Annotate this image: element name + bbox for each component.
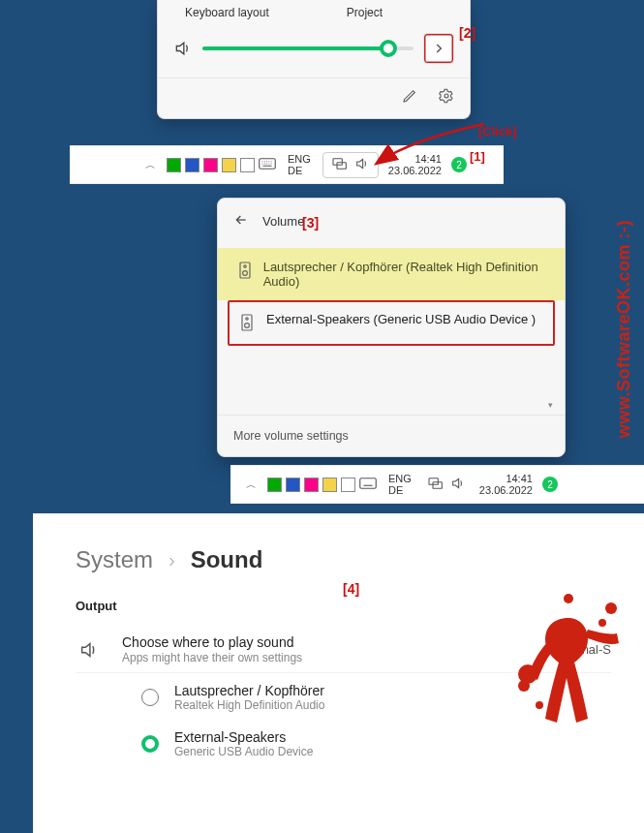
annotation-3: [3] [302, 215, 319, 231]
speaker-device-icon [239, 262, 252, 282]
annotation-4: [4] [343, 581, 359, 597]
svg-point-13 [536, 701, 543, 709]
audio-device-item[interactable]: Lautsprecher / Kopfhörer (Realtek High D… [218, 248, 565, 300]
radio-subtitle: Generic USB Audio Device [174, 745, 313, 758]
breadcrumb-system[interactable]: System [76, 546, 153, 573]
svg-point-8 [246, 318, 248, 320]
speaker-icon[interactable] [354, 156, 370, 174]
device-label: External-Speakers (Generic USB Audio Dev… [266, 312, 536, 334]
network-icon[interactable] [331, 156, 347, 174]
tray-icon[interactable] [222, 158, 236, 172]
svg-point-0 [445, 94, 448, 98]
tray-icon[interactable] [341, 478, 355, 492]
row-subtitle: Apps might have their own settings [122, 651, 302, 664]
chevron-right-icon: › [169, 549, 175, 571]
svg-point-6 [243, 271, 248, 276]
svg-rect-11 [429, 478, 438, 484]
tray-icon[interactable] [286, 478, 300, 492]
radio-subtitle: Realtek High Definition Audio [174, 698, 324, 712]
volume-devices-popup: Volume Lautsprecher / Kopfhörer (Realtek… [217, 198, 566, 457]
more-volume-settings-link[interactable]: More volume settings [233, 429, 349, 443]
qs-label-keyboard: Keyboard layout [185, 6, 269, 19]
taskbar: ︿ ENGDE 14:4123.06.2022 2 [70, 145, 504, 184]
keyboard-icon[interactable] [259, 157, 276, 173]
radio-checked-icon [141, 735, 159, 753]
notification-badge[interactable]: 2 [542, 477, 558, 492]
audio-device-item[interactable]: External-Speakers (Generic USB Audio Dev… [228, 300, 555, 346]
tray-overflow-button[interactable]: ︿ [139, 158, 161, 172]
annotation-2: [2] [459, 25, 475, 41]
tray-icon[interactable] [304, 478, 319, 492]
tray-icon[interactable] [167, 158, 181, 172]
speaker-icon[interactable] [450, 476, 466, 494]
quick-settings-flyout: Keyboard layout Project [157, 0, 471, 119]
speaker-icon [76, 639, 103, 661]
svg-rect-2 [333, 158, 342, 165]
tray-overflow-button[interactable]: ︿ [240, 478, 261, 492]
resize-grip-icon: ▾ [548, 400, 553, 410]
pencil-icon[interactable] [398, 84, 421, 110]
svg-point-15 [598, 619, 606, 627]
clock[interactable]: 14:4123.06.2022 [384, 153, 445, 176]
back-button[interactable] [233, 212, 249, 231]
breadcrumb-sound: Sound [191, 546, 263, 573]
svg-rect-10 [360, 478, 377, 488]
annotation-1: [1] [470, 149, 485, 164]
taskbar: ︿ ENGDE 14:4123.06.2022 2 [230, 465, 644, 504]
watermark-figure [510, 570, 627, 744]
device-label: Lautsprecher / Kopfhörer (Realtek High D… [263, 260, 547, 289]
svg-point-14 [564, 594, 573, 603]
annotation-click: [Click] [478, 124, 517, 139]
svg-point-5 [244, 265, 246, 267]
row-title: Choose where to play sound [122, 634, 302, 650]
radio-title: External-Speakers [174, 729, 313, 745]
tray-icon[interactable] [203, 158, 218, 172]
radio-title: Lautsprecher / Kopfhörer [174, 683, 324, 698]
tray-icons [267, 477, 377, 493]
notification-badge[interactable]: 2 [451, 157, 467, 172]
network-icon[interactable] [427, 476, 443, 494]
tray-icons [167, 157, 276, 173]
svg-rect-3 [337, 162, 346, 169]
svg-point-17 [518, 680, 530, 692]
svg-point-9 [245, 324, 250, 328]
speaker-icon [173, 39, 193, 58]
svg-point-18 [605, 602, 617, 614]
volume-slider[interactable] [202, 46, 414, 50]
gear-icon[interactable] [435, 84, 458, 110]
language-indicator[interactable]: ENGDE [282, 153, 317, 176]
svg-rect-12 [433, 481, 442, 488]
keyboard-icon[interactable] [359, 477, 377, 493]
tray-icon[interactable] [240, 158, 255, 172]
popup-title: Volume [262, 214, 304, 229]
watermark: www.SoftwareOK.com :-) [614, 145, 634, 513]
language-indicator[interactable]: ENGDE [383, 473, 417, 496]
tray-icon[interactable] [322, 478, 337, 492]
tray-icon[interactable] [267, 478, 282, 492]
tray-icon[interactable] [185, 158, 199, 172]
speaker-device-icon [241, 314, 255, 334]
clock[interactable]: 14:4123.06.2022 [475, 473, 537, 496]
qs-label-project: Project [347, 6, 383, 19]
radio-unchecked-icon [141, 689, 159, 706]
audio-devices-button[interactable] [423, 33, 454, 64]
